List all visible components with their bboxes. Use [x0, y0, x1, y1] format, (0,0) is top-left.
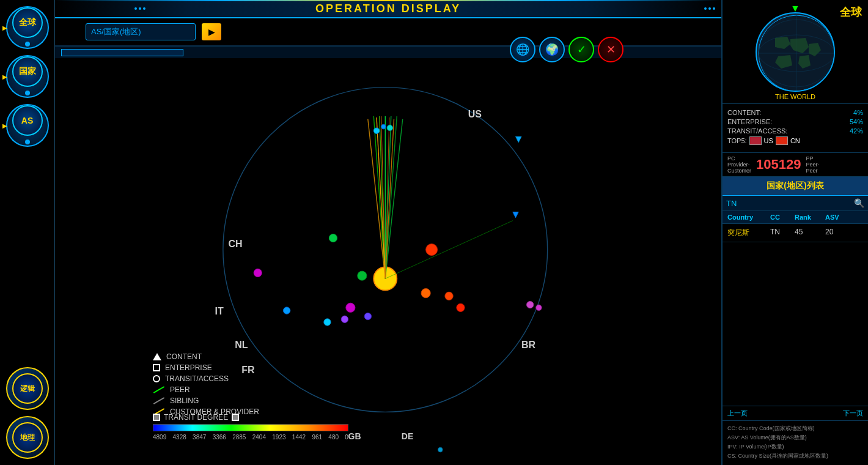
table-empty-space [723, 242, 868, 406]
sidebar-item-logic[interactable]: 逻辑 [6, 367, 49, 410]
svg-point-33 [358, 271, 367, 280]
svg-point-23 [341, 316, 348, 322]
sidebar-dots-as [25, 138, 30, 146]
country-list-panel: 国家(地区)列表 🔍 Country CC Rank ASV 突尼斯 TN 45… [723, 177, 868, 465]
world-globe [756, 12, 835, 92]
svg-point-15 [381, 124, 386, 129]
control-check[interactable]: ✓ [568, 37, 594, 62]
country-label-nl: NL [235, 340, 248, 351]
sidebar-item-as[interactable]: ▶ AS [6, 104, 49, 147]
flag-us [749, 136, 762, 145]
stat-transit: TRANSIT/ACCESS: 42% [727, 127, 863, 135]
flag-cn [776, 136, 788, 145]
svg-point-28 [421, 289, 430, 298]
global-icon: 全球 [12, 7, 43, 38]
sidebar-arrow-global: ▶ [2, 24, 7, 31]
svg-point-21 [324, 319, 331, 326]
logic-icon: 逻辑 [12, 373, 43, 404]
svg-line-13 [385, 221, 513, 279]
country-label-gb: GB [348, 431, 361, 441]
svg-line-12 [385, 119, 394, 279]
visualization-area: US IT NL FR CH BR GB DE CONTENT ENTERPRI… [55, 46, 721, 465]
country-list-header: 国家(地区)列表 [723, 177, 868, 196]
country-label-de: DE [402, 431, 413, 441]
transit-bar [153, 424, 348, 431]
top-header: OPERATION DISPLAY [55, 0, 721, 18]
svg-point-31 [438, 447, 443, 452]
square-icon [153, 364, 160, 371]
header-dots-right [704, 7, 715, 10]
legend-transit: TRANSIT/ACCESS [153, 374, 259, 383]
control-globe1[interactable]: 🌐 [510, 37, 535, 62]
country-label-us: US [468, 109, 482, 120]
country-icon: 国家 [12, 56, 43, 87]
country-label-br: BR [521, 340, 535, 351]
globe-title: 全球 [840, 5, 862, 20]
gray-line-icon [153, 397, 164, 404]
stat-content: CONTENT: 4% [727, 109, 863, 116]
pp-peer-labels: PP Peer- Peer [806, 155, 819, 174]
header-line [55, 0, 721, 1]
triangle-icon [153, 353, 161, 360]
header-dots-left [134, 7, 145, 10]
world-globe-container: 全球 ▼ THE WORLD [723, 0, 868, 104]
sidebar-item-geo[interactable]: 地理 [6, 416, 49, 459]
pp-labels: PC Provider- Customer [727, 155, 751, 174]
page-title: OPERATION DISPLAY [315, 2, 461, 15]
svg-point-32 [329, 234, 337, 242]
svg-marker-17 [513, 212, 518, 217]
search-play-button[interactable]: ▶ [202, 23, 221, 40]
svg-point-16 [387, 125, 392, 130]
search-icon[interactable]: 🔍 [854, 198, 864, 208]
transit-square-icon [153, 414, 160, 421]
legend-content: CONTENT [153, 352, 259, 361]
stat-enterprise: ENTERPRISE: 54% [727, 118, 863, 125]
svg-point-26 [445, 292, 453, 300]
legend-peer: PEER [153, 385, 259, 394]
legend-enterprise: ENTERPRISE [153, 363, 259, 372]
transit-square-icon2 [232, 414, 239, 421]
svg-point-20 [283, 307, 290, 314]
sidebar-item-global[interactable]: ▶ 全球 [6, 6, 49, 49]
legend: CONTENT ENTERPRISE TRANSIT/ACCESS PEER S… [153, 352, 259, 416]
sidebar-dots-country [25, 89, 30, 97]
globe-svg [757, 13, 835, 92]
search-input-container: AS/国家(地区) [86, 23, 196, 40]
svg-point-22 [346, 303, 355, 312]
svg-point-29 [527, 301, 534, 308]
svg-point-25 [426, 244, 438, 256]
table-row[interactable]: 突尼斯 TN 45 20 [723, 224, 868, 242]
sidebar-arrow-country: ▶ [2, 73, 7, 80]
top5-row: TOP5: US CN [727, 136, 863, 145]
svg-point-24 [364, 313, 371, 319]
top-controls: 🌐 🌍 ✓ ✕ [510, 37, 623, 62]
globe-subtitle: THE WORLD [775, 93, 815, 100]
country-search-input[interactable] [726, 199, 851, 208]
svg-point-27 [457, 303, 465, 311]
svg-marker-18 [516, 136, 521, 142]
country-table-header: Country CC Rank ASV [723, 211, 868, 224]
country-label-it: IT [215, 306, 224, 317]
transit-label-row: TRANSIT DEGREE [153, 413, 348, 422]
control-close[interactable]: ✕ [598, 37, 623, 62]
right-panel: 全球 ▼ THE WORLD CONTENT: [721, 0, 868, 465]
green-line-icon [153, 386, 164, 393]
left-sidebar: ▶ 全球 ▶ 国家 ▶ AS 逻辑 地理 [0, 0, 55, 465]
circle-icon [153, 375, 160, 382]
pp-number: 105129 [756, 157, 801, 173]
control-globe2[interactable]: 🌍 [539, 37, 565, 62]
svg-point-19 [254, 269, 262, 277]
svg-line-9 [377, 117, 385, 278]
transit-numbers: 4809 4328 3847 3366 2885 2404 1923 1442 … [153, 434, 348, 441]
pp-section: PC Provider- Customer 105129 PP Peer- Pe… [723, 153, 868, 177]
country-label-ch: CH [228, 239, 242, 250]
legend-sibling: SIBLING [153, 396, 259, 405]
country-search: 🔍 [723, 196, 868, 211]
pagination: 上一页 下一页 [723, 406, 868, 420]
sidebar-item-country[interactable]: ▶ 国家 [6, 55, 49, 98]
bottom-legend: CC: Country Code(国家或地区简称) ASV: AS Volume… [723, 420, 868, 465]
geo-icon: 地理 [12, 422, 43, 453]
as-icon: AS [12, 105, 43, 136]
sidebar-arrow-as: ▶ [2, 122, 7, 129]
main-area: OPERATION DISPLAY AS/国家(地区) ▶ 🌐 🌍 ✓ ✕ [55, 0, 721, 465]
